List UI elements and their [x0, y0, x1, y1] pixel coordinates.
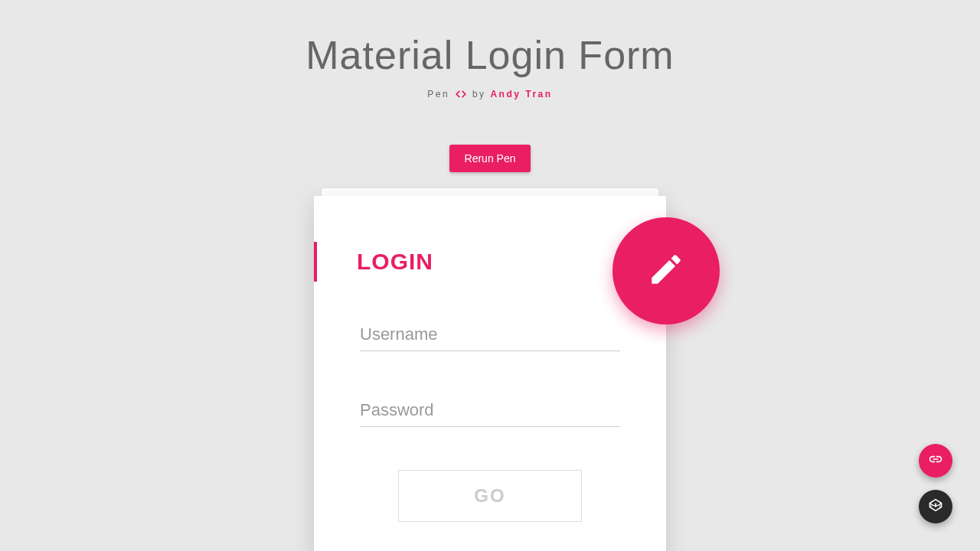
- password-input[interactable]: [360, 394, 620, 427]
- page-subtitle: Pen by Andy Tran: [0, 89, 980, 100]
- username-input[interactable]: [360, 318, 620, 351]
- codepen-icon: [928, 497, 943, 516]
- rerun-button[interactable]: Rerun Pen: [449, 145, 531, 172]
- link-fab-button[interactable]: [919, 444, 952, 478]
- login-heading-text: LOGIN: [357, 249, 433, 275]
- link-icon: [928, 452, 943, 470]
- login-heading: LOGIN: [314, 242, 433, 282]
- pencil-icon: [647, 250, 685, 292]
- edit-fab-button[interactable]: [612, 217, 720, 324]
- subtitle-prefix: Pen: [427, 89, 449, 99]
- codepen-fab-button[interactable]: [919, 490, 952, 523]
- code-icon: [456, 90, 466, 100]
- go-button[interactable]: GO: [398, 470, 582, 522]
- page-title: Material Login Form: [0, 32, 980, 78]
- subtitle-by: by: [472, 89, 486, 99]
- login-card: LOGIN GO: [314, 196, 666, 551]
- author-link[interactable]: Andy Tran: [490, 89, 552, 99]
